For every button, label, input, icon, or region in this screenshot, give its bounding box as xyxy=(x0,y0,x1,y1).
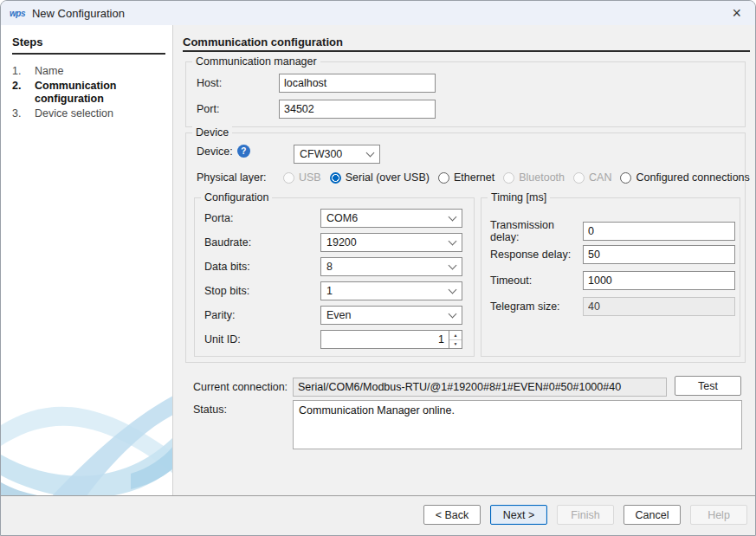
step-number: 1. xyxy=(12,65,35,79)
transmission-delay-label: Transmission delay: xyxy=(490,219,583,243)
physical-layer-radio-group: USB Serial (over USB) Ethernet Bluetooth xyxy=(283,171,750,184)
steps-sidebar: Steps 1. Name 2. Communication configura… xyxy=(1,25,173,497)
transmission-delay-input[interactable] xyxy=(583,222,735,241)
spin-down-icon[interactable]: ▼ xyxy=(449,340,462,349)
chevron-down-icon xyxy=(449,285,457,294)
main-content: Communication configuration Communicatio… xyxy=(183,25,751,497)
radio-label: USB xyxy=(299,171,321,184)
close-icon[interactable]: × xyxy=(727,5,746,21)
step-item-communication-configuration: 2. Communication configuration xyxy=(12,80,170,107)
step-number: 2. xyxy=(12,80,35,107)
data-bits-select-value: 8 xyxy=(326,261,333,273)
chevron-down-icon xyxy=(449,261,457,269)
chevron-down-icon xyxy=(449,236,457,245)
radio-button-icon xyxy=(438,172,449,184)
current-connection-field[interactable] xyxy=(293,378,667,397)
physical-layer-label: Physical layer: xyxy=(197,171,283,184)
next-button[interactable]: Next > xyxy=(490,505,547,525)
status-label: Status: xyxy=(193,404,227,416)
heading-divider xyxy=(183,50,750,52)
new-configuration-dialog: wps New Configuration × Steps 1. Name 2.… xyxy=(0,0,756,536)
group-title: Timing [ms] xyxy=(488,191,550,203)
device-select[interactable]: CFW300 xyxy=(294,145,380,164)
radio-ethernet[interactable]: Ethernet xyxy=(438,171,494,184)
stop-bits-label: Stop bits: xyxy=(204,285,320,297)
radio-button-selected-icon xyxy=(330,172,341,184)
parity-label: Parity: xyxy=(204,309,320,321)
unit-id-input[interactable] xyxy=(320,330,449,349)
radio-label: CAN xyxy=(589,171,611,184)
wps-logo-icon: wps xyxy=(10,9,25,18)
port-label: Port: xyxy=(197,103,279,115)
footer-bar: < Back Next > Finish Cancel Help xyxy=(1,495,755,535)
radio-button-icon xyxy=(283,172,294,184)
unit-id-label: Unit ID: xyxy=(204,333,320,345)
page-title: Communication configuration xyxy=(183,36,343,48)
step-number: 3. xyxy=(12,107,35,121)
device-label: Device: xyxy=(197,145,233,158)
baudrate-select[interactable]: 19200 xyxy=(320,233,462,252)
titlebar: wps New Configuration × xyxy=(1,1,755,25)
device-select-value: CFW300 xyxy=(300,148,342,160)
parity-select-value: Even xyxy=(326,309,352,321)
step-item-name: 1. Name xyxy=(12,65,170,79)
baudrate-label: Baudrate: xyxy=(204,236,320,249)
finish-button: Finish xyxy=(557,505,614,525)
radio-bluetooth: Bluetooth xyxy=(503,171,565,184)
porta-select-value: COM6 xyxy=(326,212,358,224)
chevron-down-icon xyxy=(366,148,375,157)
timeout-label: Timeout: xyxy=(490,274,583,287)
radio-label: Bluetooth xyxy=(519,171,565,184)
communication-manager-group: Communication manager Host: Port: xyxy=(185,61,746,127)
test-button[interactable]: Test xyxy=(675,376,741,396)
radio-button-icon xyxy=(573,172,585,184)
radio-label: Serial (over USB) xyxy=(346,171,430,184)
steps-list: 1. Name 2. Communication configuration 3… xyxy=(12,65,170,121)
cancel-button[interactable]: Cancel xyxy=(624,505,681,525)
step-label: Device selection xyxy=(35,107,113,121)
port-input[interactable] xyxy=(279,100,436,119)
configuration-group: Configuration Porta: COM6 Baudrate: 1920… xyxy=(194,197,475,357)
telegram-size-input xyxy=(583,297,735,316)
device-group: Device Device: ? CFW300 Physical layer: … xyxy=(185,132,746,363)
unit-id-stepper: ▲ ▼ xyxy=(320,330,462,349)
back-button[interactable]: < Back xyxy=(423,505,481,525)
help-button: Help xyxy=(690,505,747,525)
data-bits-select[interactable]: 8 xyxy=(320,257,462,276)
radio-serial-over-usb[interactable]: Serial (over USB) xyxy=(330,171,430,184)
step-label: Communication configuration xyxy=(35,80,170,107)
chevron-down-icon xyxy=(449,309,457,318)
help-icon[interactable]: ? xyxy=(237,145,250,158)
response-delay-label: Response delay: xyxy=(490,249,583,261)
stop-bits-select[interactable]: 1 xyxy=(320,281,462,300)
chevron-down-icon xyxy=(449,212,457,221)
telegram-size-label: Telegram size: xyxy=(490,300,583,313)
current-connection-label: Current connection: xyxy=(193,381,293,393)
radio-can: CAN xyxy=(573,171,611,184)
status-textarea[interactable]: Communication Manager online. xyxy=(293,400,742,449)
stop-bits-select-value: 1 xyxy=(326,285,333,297)
spin-up-icon[interactable]: ▲ xyxy=(449,331,462,340)
radio-configured-connections[interactable]: Configured connections xyxy=(620,171,749,184)
window-title: New Configuration xyxy=(32,7,125,20)
decorative-swoosh-graphic xyxy=(1,371,173,497)
timing-group: Timing [ms] Transmission delay: Response… xyxy=(481,197,740,357)
spinner-buttons: ▲ ▼ xyxy=(449,330,462,349)
host-label: Host: xyxy=(197,77,279,89)
step-item-device-selection: 3. Device selection xyxy=(12,107,170,121)
steps-heading: Steps xyxy=(12,36,165,55)
baudrate-select-value: 19200 xyxy=(326,236,357,249)
data-bits-label: Data bits: xyxy=(204,261,320,273)
host-input[interactable] xyxy=(279,74,436,93)
radio-button-icon xyxy=(620,172,631,184)
group-title: Configuration xyxy=(201,191,272,203)
porta-select[interactable]: COM6 xyxy=(320,209,462,228)
response-delay-input[interactable] xyxy=(583,245,735,264)
parity-select[interactable]: Even xyxy=(320,306,462,325)
step-label: Name xyxy=(35,65,63,79)
group-title: Communication manager xyxy=(192,55,320,68)
radio-usb: USB xyxy=(283,171,321,184)
group-title: Device xyxy=(192,126,232,139)
timeout-input[interactable] xyxy=(583,271,735,290)
radio-button-icon xyxy=(503,172,514,184)
